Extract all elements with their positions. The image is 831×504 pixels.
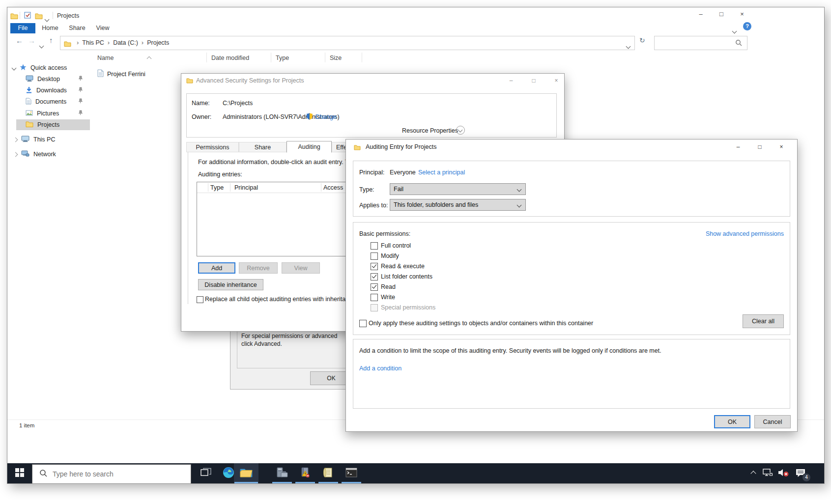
- breadcrumb-data-c[interactable]: Data (C:): [113, 39, 138, 46]
- permission-list-folder-contents[interactable]: List folder contents: [371, 273, 432, 280]
- up-icon[interactable]: ↑: [49, 36, 53, 44]
- minimize-button[interactable]: –: [503, 76, 519, 85]
- dialog-folder-icon: [186, 77, 193, 85]
- running-indicator: [234, 482, 258, 483]
- permission-read[interactable]: Read: [371, 283, 396, 291]
- back-icon[interactable]: ←: [16, 36, 23, 45]
- start-button[interactable]: [7, 463, 32, 484]
- folder-icon: [26, 121, 33, 129]
- help-icon[interactable]: ?: [743, 22, 751, 30]
- permission-modify[interactable]: Modify: [371, 252, 399, 260]
- file-row-project-ferrini[interactable]: Project Ferrini: [97, 69, 145, 79]
- table-column-principal[interactable]: Principal: [234, 184, 258, 191]
- qat-newfolder-icon[interactable]: [35, 12, 43, 21]
- search-box[interactable]: [654, 36, 747, 50]
- close-button[interactable]: ×: [548, 76, 564, 85]
- column-divider[interactable]: [362, 53, 362, 62]
- tab-share[interactable]: Share: [239, 142, 287, 152]
- ribbon-tab-file[interactable]: File: [10, 23, 35, 33]
- task-view-button[interactable]: [195, 463, 217, 484]
- table-column-type[interactable]: Type: [210, 184, 224, 191]
- address-bar[interactable]: › This PC › Data (C:) › Projects: [60, 36, 635, 50]
- show-advanced-permissions-link[interactable]: Show advanced permissions: [706, 230, 784, 237]
- column-divider[interactable]: [325, 53, 325, 62]
- column-header-size[interactable]: Size: [330, 55, 342, 61]
- column-header-type[interactable]: Type: [276, 55, 289, 61]
- address-dropdown-chevron-icon[interactable]: [627, 41, 630, 50]
- taskbar-search-input[interactable]: [52, 470, 172, 478]
- close-button[interactable]: ×: [774, 142, 789, 152]
- disable-inheritance-button[interactable]: Disable inheritance: [198, 279, 263, 290]
- cancel-button[interactable]: Cancel: [754, 415, 791, 428]
- ribbon-tab-view[interactable]: View: [91, 23, 115, 33]
- forward-icon[interactable]: →: [28, 36, 35, 45]
- tab-auditing[interactable]: Auditing: [287, 141, 332, 153]
- column-divider[interactable]: [206, 53, 207, 62]
- replace-child-checkbox[interactable]: [197, 296, 203, 303]
- minimize-button[interactable]: –: [692, 8, 709, 20]
- explorer-search-input[interactable]: [658, 38, 733, 46]
- remove-button[interactable]: Remove: [239, 262, 278, 274]
- sidebar-item-this-pc[interactable]: This PC: [7, 134, 90, 145]
- checkbox-checked-icon[interactable]: [371, 263, 378, 270]
- ribbon-tab-share[interactable]: Share: [64, 23, 90, 33]
- file-explorer-button[interactable]: [234, 463, 258, 484]
- qat-customize-chevron-icon[interactable]: [45, 14, 49, 23]
- sidebar-item-quick-access[interactable]: Quick access: [7, 62, 90, 73]
- sidebar-item-documents[interactable]: Documents: [7, 96, 90, 107]
- checkbox-unchecked-icon[interactable]: [371, 252, 378, 260]
- column-header-date-modified[interactable]: Date modified: [211, 55, 249, 61]
- ok-button[interactable]: OK: [714, 415, 750, 428]
- collapse-chevron-icon[interactable]: [14, 151, 17, 158]
- recent-locations-chevron-icon[interactable]: [40, 41, 43, 50]
- applies-to-dropdown[interactable]: This folder, subfolders and files: [390, 199, 526, 211]
- command-prompt-button[interactable]: [341, 463, 362, 484]
- ribbon-expand-chevron-icon[interactable]: [733, 26, 736, 35]
- security-policy-button[interactable]: [294, 463, 316, 484]
- server-manager-button[interactable]: [271, 463, 293, 484]
- action-center-button[interactable]: 4: [792, 463, 809, 484]
- collapse-chevron-icon[interactable]: [14, 136, 17, 143]
- change-owner-link[interactable]: Change: [315, 113, 337, 120]
- refresh-icon[interactable]: ↻: [639, 36, 645, 44]
- checkbox-unchecked-icon[interactable]: [371, 294, 378, 301]
- tab-permissions[interactable]: Permissions: [186, 142, 239, 152]
- maximize-button[interactable]: □: [752, 142, 768, 152]
- sidebar-item-pictures[interactable]: Pictures: [7, 108, 90, 119]
- checkbox-checked-icon[interactable]: [371, 283, 378, 291]
- sidebar-item-desktop[interactable]: Desktop: [7, 74, 90, 84]
- sidebar-item-downloads[interactable]: Downloads: [7, 85, 90, 96]
- only-apply-checkbox[interactable]: [359, 320, 367, 327]
- permission-full-control[interactable]: Full control: [371, 242, 411, 250]
- column-header-name[interactable]: Name: [97, 55, 114, 61]
- maximize-button[interactable]: □: [526, 76, 542, 85]
- type-dropdown[interactable]: Fail: [390, 183, 526, 195]
- sidebar-item-projects[interactable]: Projects: [16, 119, 90, 130]
- checkbox-unchecked-icon[interactable]: [371, 242, 378, 250]
- table-column-access[interactable]: Access: [323, 184, 343, 191]
- tray-network-button[interactable]: [760, 463, 776, 484]
- minimize-button[interactable]: –: [730, 142, 746, 152]
- maximize-button[interactable]: □: [713, 8, 730, 20]
- breadcrumb-this-pc[interactable]: This PC: [82, 39, 104, 46]
- permission-write[interactable]: Write: [371, 293, 395, 301]
- script-document-button[interactable]: [317, 463, 339, 484]
- view-button[interactable]: View: [282, 262, 320, 274]
- column-divider[interactable]: [271, 53, 271, 62]
- sidebar-item-network[interactable]: Network: [7, 149, 90, 160]
- expand-chevron-icon[interactable]: [12, 64, 16, 71]
- ribbon-tab-home[interactable]: Home: [38, 23, 62, 33]
- close-button[interactable]: ×: [734, 8, 750, 20]
- permission-read-execute[interactable]: Read & execute: [371, 262, 425, 270]
- clear-all-button[interactable]: Clear all: [743, 314, 784, 328]
- breadcrumb-projects[interactable]: Projects: [147, 39, 169, 46]
- select-principal-link[interactable]: Select a principal: [418, 169, 465, 176]
- add-button[interactable]: Add: [198, 262, 235, 274]
- taskbar-search[interactable]: [32, 464, 191, 484]
- qat-properties-icon[interactable]: [24, 12, 31, 21]
- tray-expand-button[interactable]: [746, 463, 760, 484]
- tray-volume-button[interactable]: [776, 463, 791, 484]
- add-condition-link[interactable]: Add a condition: [359, 365, 401, 372]
- checkbox-checked-icon[interactable]: [371, 273, 378, 280]
- resource-properties-expander-icon[interactable]: [456, 126, 465, 135]
